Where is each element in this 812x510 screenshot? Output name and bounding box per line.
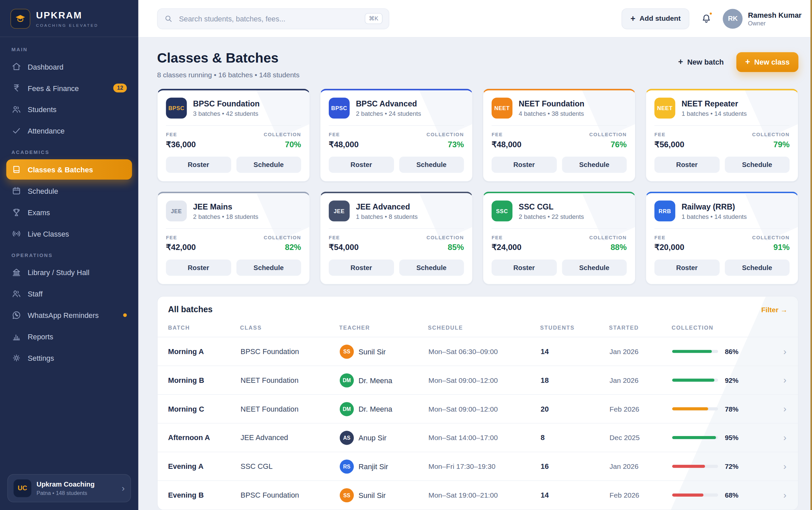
class-meta: 1 batches • 14 students [682, 110, 747, 117]
sidebar-item-exams[interactable]: Exams [6, 202, 132, 223]
table-row[interactable]: Morning B NEET Foundation DMDr. Meena Mo… [157, 366, 798, 395]
new-class-button[interactable]: + New class [736, 52, 799, 72]
roster-button[interactable]: Roster [329, 260, 394, 276]
user-menu[interactable]: RK Ramesh Kumar Owner [723, 9, 802, 28]
sidebar-item-schedule[interactable]: Schedule [6, 181, 132, 201]
teacher-avatar: SS [340, 344, 354, 359]
collection-percent: 95% [725, 434, 739, 442]
sidebar-item-fees-finance[interactable]: Fees & Finance12 [6, 78, 132, 98]
class-card[interactable]: BPSC BPSC Advanced 2 batches • 24 studen… [320, 89, 473, 182]
schedule-button[interactable]: Schedule [562, 157, 627, 173]
class-card[interactable]: SSC SSC CGL 2 batches • 22 students FEE … [483, 192, 635, 285]
teacher-cell: DMDr. Meena [339, 366, 428, 395]
search-box[interactable]: ⌘K [157, 8, 389, 29]
sidebar-item-students[interactable]: Students [6, 99, 132, 119]
class-card[interactable]: RRB Railway (RRB) 1 batches • 14 student… [645, 192, 798, 285]
chevron-right-icon[interactable]: › [783, 375, 786, 385]
table-row[interactable]: Evening B BPSC Foundation SSSunil Sir Mo… [157, 481, 798, 509]
topbar: ⌘K + Add student RK Ramesh Kumar Owner [139, 0, 812, 37]
sidebar-item-classes-batches[interactable]: Classes & Batches [6, 159, 132, 180]
roster-button[interactable]: Roster [166, 157, 231, 173]
teacher-cell: DMDr. Meena [339, 395, 428, 423]
plus-icon: + [630, 15, 635, 23]
fee-value: ₹54,000 [329, 243, 359, 252]
roster-button[interactable]: Roster [166, 260, 231, 276]
teacher-avatar: DM [340, 373, 354, 387]
schedule-time: Mon–Fri 17:30–19:30 [428, 452, 540, 481]
chevron-right-icon[interactable]: › [783, 346, 786, 357]
teacher-avatar: AS [340, 431, 354, 445]
sidebar: UPKRAM COACHING ELEVATED MAINDashboardFe… [0, 0, 139, 510]
roster-button[interactable]: Roster [655, 157, 719, 173]
sidebar-item-staff[interactable]: Staff [6, 283, 132, 304]
class-card[interactable]: BPSC BPSC Foundation 3 batches • 42 stud… [157, 89, 310, 182]
sidebar-item-library-study-hall[interactable]: Library / Study Hall [6, 262, 132, 282]
main-content: Classes & Batches 8 classes running • 16… [139, 37, 812, 510]
roster-button[interactable]: Roster [655, 260, 719, 276]
schedule-button[interactable]: Schedule [725, 157, 790, 173]
org-avatar: UC [14, 479, 31, 497]
table-row[interactable]: Afternoon A JEE Advanced ASAnup Sir Mon–… [157, 423, 798, 452]
add-student-button[interactable]: + Add student [622, 8, 690, 29]
collection-value: 82% [264, 243, 301, 252]
sidebar-item-reports[interactable]: Reports [6, 326, 132, 347]
batch-name: Morning B [157, 366, 240, 395]
class-card[interactable]: JEE JEE Mains 2 batches • 18 students FE… [157, 192, 310, 285]
class-card[interactable]: JEE JEE Advanced 1 batches • 8 students … [320, 192, 473, 285]
schedule-button[interactable]: Schedule [562, 260, 627, 276]
search-input[interactable] [178, 14, 359, 23]
user-name: Ramesh Kumar [748, 11, 802, 19]
chevron-right-icon[interactable]: › [783, 432, 786, 443]
sidebar-item-live-classes[interactable]: Live Classes [6, 224, 132, 244]
filter-link[interactable]: Filter → [761, 306, 787, 314]
sidebar-item-dashboard[interactable]: Dashboard [6, 57, 132, 77]
roster-button[interactable]: Roster [329, 157, 394, 173]
start-date: Jan 2026 [609, 366, 671, 395]
reports-icon [11, 332, 21, 342]
sidebar-item-settings[interactable]: Settings [6, 348, 132, 368]
schedule-button[interactable]: Schedule [399, 260, 464, 276]
collection-label: COLLECTION [589, 234, 627, 240]
notifications-button[interactable] [699, 11, 714, 26]
class-badge: JEE [329, 200, 350, 221]
schedule-button[interactable]: Schedule [725, 260, 790, 276]
table-row[interactable]: Evening A SSC CGL RSRanjit Sir Mon–Fri 1… [157, 452, 798, 481]
sidebar-item-label: Reports [28, 332, 54, 341]
class-name: NEET Repeater [682, 99, 747, 108]
org-card[interactable]: UC Upkram Coaching Patna • 148 students … [7, 474, 131, 502]
roster-button[interactable]: Roster [491, 157, 557, 173]
sidebar-item-label: Classes & Batches [28, 165, 93, 174]
user-role: Owner [748, 20, 802, 26]
users-icon [11, 105, 21, 114]
class-name: SSC CGL [240, 452, 339, 481]
roster-button[interactable]: Roster [491, 260, 557, 276]
teacher-avatar: SS [340, 488, 354, 502]
sidebar-item-whatsapp-reminders[interactable]: WhatsApp Reminders [6, 305, 132, 325]
schedule-button[interactable]: Schedule [236, 157, 301, 173]
fee-label: FEE [166, 132, 196, 137]
sidebar-item-attendance[interactable]: Attendance [6, 120, 132, 141]
nav-section-academics: ACADEMICS [11, 149, 127, 155]
start-date: Jan 2026 [609, 452, 671, 481]
class-card[interactable]: NEET NEET Foundation 4 batches • 38 stud… [483, 89, 635, 182]
collection-percent: 78% [725, 405, 739, 413]
column-header-teacher: TEACHER [339, 321, 428, 337]
brand: UPKRAM COACHING ELEVATED [0, 0, 139, 37]
collection-percent: 86% [725, 347, 739, 355]
sidebar-item-label: WhatsApp Reminders [28, 311, 99, 319]
page-subtitle: 8 classes running • 16 batches • 148 stu… [157, 71, 300, 79]
chevron-right-icon[interactable]: › [783, 461, 786, 472]
class-meta: 3 batches • 42 students [193, 110, 260, 117]
new-batch-button[interactable]: + New batch [671, 53, 731, 72]
schedule-button[interactable]: Schedule [399, 157, 464, 173]
class-card[interactable]: NEET NEET Repeater 1 batches • 14 studen… [645, 89, 798, 182]
teacher-name: Dr. Meena [359, 404, 392, 413]
schedule-button[interactable]: Schedule [236, 260, 301, 276]
user-avatar: RK [723, 9, 743, 28]
chevron-right-icon[interactable]: › [783, 404, 786, 414]
table-row[interactable]: Morning A BPSC Foundation SSSunil Sir Mo… [157, 337, 798, 366]
chevron-right-icon[interactable]: › [783, 490, 786, 500]
sidebar-item-label: Settings [28, 354, 54, 362]
collection-bar [672, 407, 718, 410]
table-row[interactable]: Morning C NEET Foundation DMDr. Meena Mo… [157, 395, 798, 423]
